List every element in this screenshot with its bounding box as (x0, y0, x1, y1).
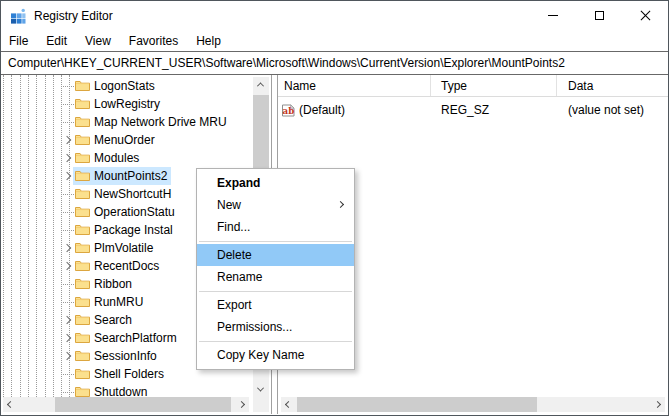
title-bar: Registry Editor (1, 1, 668, 31)
expand-chevron-icon[interactable] (63, 262, 71, 270)
menu-file[interactable]: File (2, 31, 39, 52)
expand-chevron-icon[interactable] (63, 316, 71, 324)
tree-item-label: PlmVolatile (94, 241, 153, 255)
tree-item-lowregistry[interactable]: LowRegistry (1, 95, 253, 113)
tree-item-label: Map Network Drive MRU (94, 115, 227, 129)
folder-icon (75, 206, 90, 218)
tree-item-label: MenuOrder (94, 133, 155, 147)
context-menu-item-find-[interactable]: Find... (197, 216, 354, 238)
value-name-cell: ab (Default) (278, 103, 431, 117)
value-type-cell: REG_SZ (431, 103, 557, 117)
expand-chevron-icon[interactable] (63, 244, 71, 252)
tree-item-label: Shutdown (94, 385, 147, 397)
column-header-type[interactable]: Type (431, 75, 557, 96)
window-title: Registry Editor (34, 9, 113, 23)
context-menu: ExpandNewFind...DeleteRenameExportPermis… (196, 168, 355, 370)
tree-item-label: Package Instal (94, 223, 173, 237)
menu-favorites[interactable]: Favorites (122, 31, 189, 52)
folder-icon (75, 80, 90, 92)
submenu-chevron-icon (337, 201, 344, 208)
list-hscroll-thumb[interactable] (297, 397, 537, 412)
value-data-cell: (value not set) (557, 103, 668, 117)
value-row-default[interactable]: ab (Default) REG_SZ (value not set) (278, 101, 668, 119)
maximize-button[interactable] (576, 1, 622, 30)
chevron-left-icon (285, 401, 292, 408)
tree-item-label: LowRegistry (94, 97, 160, 111)
tree-item-label: RecentDocs (94, 259, 159, 273)
menu-bar: FileEditViewFavoritesHelp (1, 31, 668, 51)
tree-item-label: MountPoints2 (94, 169, 167, 183)
folder-icon (75, 242, 90, 254)
folder-icon (75, 260, 90, 272)
tree-horizontal-scrollbar[interactable] (3, 397, 249, 412)
scroll-left-button[interactable] (3, 397, 18, 412)
folder-icon (75, 98, 90, 110)
folder-icon (75, 134, 90, 146)
svg-text:ab: ab (283, 106, 295, 116)
tree-item-menuorder[interactable]: MenuOrder (1, 131, 253, 149)
folder-icon (75, 278, 90, 290)
tree-vscroll-thumb[interactable] (253, 95, 269, 173)
registry-editor-window: Registry Editor FileEditViewFavoritesHel… (0, 0, 669, 416)
context-menu-item-delete[interactable]: Delete (197, 244, 354, 266)
scroll-right-button[interactable] (234, 397, 249, 412)
folder-icon (75, 368, 90, 380)
expand-chevron-icon[interactable] (63, 352, 71, 360)
tree-item-label: RunMRU (94, 295, 143, 309)
context-menu-item-permissions-[interactable]: Permissions... (197, 316, 354, 338)
minimize-button[interactable] (530, 1, 576, 30)
maximize-icon (595, 11, 604, 20)
folder-icon (75, 332, 90, 344)
expand-chevron-icon[interactable] (63, 154, 71, 162)
folder-icon (75, 152, 90, 164)
menu-separator (199, 291, 352, 292)
tree-item-label: Ribbon (94, 277, 132, 291)
context-menu-item-copy-key-name[interactable]: Copy Key Name (197, 344, 354, 366)
menu-separator (199, 241, 352, 242)
folder-icon (75, 188, 90, 200)
tree-item-label: Modules (94, 151, 139, 165)
tree-item-label: OperationStatu (94, 205, 175, 219)
tree-item-label: SearchPlatform (94, 331, 177, 345)
context-menu-item-rename[interactable]: Rename (197, 266, 354, 288)
tree-item-map-network-drive-mru[interactable]: Map Network Drive MRU (1, 113, 253, 131)
scroll-left-button[interactable] (281, 397, 296, 412)
expand-chevron-icon[interactable] (63, 172, 71, 180)
scroll-right-button[interactable] (650, 397, 665, 412)
folder-icon (75, 350, 90, 362)
scroll-up-button[interactable] (253, 77, 268, 92)
list-header: Name Type Data (278, 75, 668, 97)
scrollbar-corner (253, 397, 269, 412)
column-header-data[interactable]: Data (557, 75, 668, 96)
tree-item-modules[interactable]: Modules (1, 149, 253, 167)
tree-item-label: Search (94, 313, 132, 327)
chevron-right-icon (238, 401, 245, 408)
folder-icon (75, 386, 90, 397)
menu-separator (199, 341, 352, 342)
chevron-down-icon (257, 385, 264, 392)
tree-item-label: SessionInfo (94, 349, 157, 363)
context-menu-item-new[interactable]: New (197, 194, 354, 216)
expand-chevron-icon[interactable] (63, 334, 71, 342)
column-header-name[interactable]: Name (278, 75, 431, 96)
tree-item-shutdown[interactable]: Shutdown (1, 383, 253, 397)
tree-hscroll-thumb[interactable] (55, 397, 231, 412)
close-button[interactable] (622, 1, 668, 30)
address-bar-input[interactable]: Computer\HKEY_CURRENT_USER\Software\Micr… (1, 51, 668, 75)
scroll-down-button[interactable] (253, 382, 268, 397)
tree-item-label: LogonStats (94, 79, 155, 93)
folder-icon (75, 116, 90, 128)
expand-chevron-icon[interactable] (63, 136, 71, 144)
chevron-right-icon (654, 401, 661, 408)
chevron-left-icon (7, 401, 14, 408)
folder-icon (75, 296, 90, 308)
menu-edit[interactable]: Edit (39, 31, 78, 52)
menu-help[interactable]: Help (189, 31, 232, 52)
menu-view[interactable]: View (78, 31, 122, 52)
tree-item-logonstats[interactable]: LogonStats (1, 77, 253, 95)
folder-icon (75, 224, 90, 236)
context-menu-item-expand[interactable]: Expand (197, 172, 354, 194)
list-horizontal-scrollbar[interactable] (281, 397, 665, 412)
close-icon (640, 10, 651, 21)
context-menu-item-export[interactable]: Export (197, 294, 354, 316)
